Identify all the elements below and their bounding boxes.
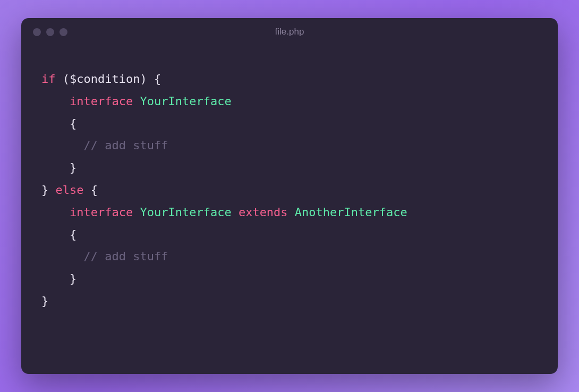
code-line: // add stuff <box>41 245 538 268</box>
token-space <box>41 117 70 130</box>
token-space <box>56 72 63 86</box>
token-comment: // add stuff <box>83 250 168 263</box>
titlebar: file.php <box>21 18 558 46</box>
token-paren: ( <box>63 72 70 86</box>
token-space <box>41 272 70 285</box>
token-punct: { <box>70 117 76 130</box>
token-space <box>133 95 140 108</box>
token-space <box>288 206 295 219</box>
token-space <box>41 95 70 108</box>
window-controls <box>33 28 67 36</box>
maximize-icon[interactable] <box>59 28 67 36</box>
token-space <box>48 183 55 197</box>
token-type: AnotherInterface <box>295 206 407 219</box>
code-line: } <box>41 157 538 179</box>
token-type: YourInterface <box>140 206 231 219</box>
minimize-icon[interactable] <box>46 28 54 36</box>
code-line: if ($condition) { <box>41 68 538 90</box>
token-space <box>41 206 70 219</box>
editor-window: file.php if ($condition) { interface You… <box>21 18 558 374</box>
window-title: file.php <box>275 27 304 37</box>
code-line: interface YourInterface extends AnotherI… <box>41 201 538 224</box>
token-punct: } <box>70 161 76 174</box>
token-paren: ) <box>140 72 147 86</box>
code-line: // add stuff <box>41 134 538 157</box>
code-line: } <box>41 268 538 290</box>
token-space <box>147 72 154 86</box>
token-type: YourInterface <box>140 95 231 108</box>
token-punct: { <box>70 228 76 241</box>
token-variable: $condition <box>70 72 140 86</box>
token-punct: } <box>41 294 48 308</box>
token-punct: { <box>91 183 98 197</box>
code-line: { <box>41 113 538 135</box>
token-space <box>83 183 90 197</box>
token-space <box>232 206 239 219</box>
token-comment: // add stuff <box>83 139 168 152</box>
token-punct: } <box>41 183 48 197</box>
close-icon[interactable] <box>33 28 41 36</box>
token-keyword: extends <box>239 206 288 219</box>
token-keyword: interface <box>70 95 133 108</box>
code-line: } <box>41 290 538 312</box>
code-line: interface YourInterface <box>41 90 538 113</box>
token-space <box>133 206 140 219</box>
code-editor[interactable]: if ($condition) { interface YourInterfac… <box>21 46 558 374</box>
token-punct: { <box>154 72 161 86</box>
token-space <box>41 161 70 174</box>
token-space <box>41 250 83 263</box>
token-keyword: if <box>41 72 56 86</box>
token-space <box>41 228 70 241</box>
code-line: } else { <box>41 179 538 201</box>
token-keyword: else <box>56 183 84 197</box>
token-keyword: interface <box>70 206 133 219</box>
code-line: { <box>41 224 538 246</box>
token-punct: } <box>70 272 76 285</box>
token-space <box>41 139 83 152</box>
